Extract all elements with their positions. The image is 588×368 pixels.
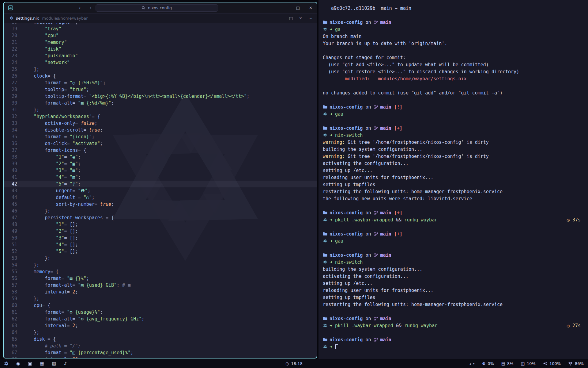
code-line[interactable]: 24"network"	[4, 59, 317, 66]
code-line[interactable]: 64};	[4, 329, 317, 336]
code-line[interactable]: 62format-alt= "⚙ {avg_frequency} GHz";	[4, 316, 317, 322]
code-line[interactable]: 48"1"= [];	[4, 221, 317, 228]
code-line[interactable]: 44default = "○";	[4, 194, 317, 201]
code-line[interactable]: 47persistent-workspaces = {	[4, 214, 317, 221]
disk-icon: ◫	[521, 361, 525, 366]
code-line[interactable]: 30format-alt= "▦ {:%d/%m}";	[4, 100, 317, 106]
code-line[interactable]: 26clock= {	[4, 73, 317, 79]
terminal-line: setting up /etc...	[323, 167, 581, 174]
code-line[interactable]: 35format = "{icon}";	[4, 133, 317, 140]
nav-back-button[interactable]: ←	[78, 5, 84, 11]
tray-icon-2[interactable]: ▾	[473, 362, 474, 365]
code-line[interactable]: 60cpu= {	[4, 302, 317, 309]
code-line[interactable]: 52"5"= [];	[4, 248, 317, 255]
project-search-bar[interactable]: nixos-config	[96, 4, 218, 12]
code-line[interactable]: 65disk = {	[4, 336, 317, 343]
tab-settings-nix[interactable]: settings.nix modules/home/waybar	[7, 13, 90, 23]
code-line[interactable]: 31};	[4, 106, 317, 113]
code-line[interactable]: 32"hyprland/workspaces"= {	[4, 113, 317, 120]
code-line[interactable]: 37format-icons= {	[4, 147, 317, 154]
cpu-module[interactable]: ⚙0%	[482, 361, 494, 366]
workspace-1-button[interactable]: ◉	[16, 361, 20, 366]
terminal-cursor	[335, 344, 338, 349]
terminal-line: restarting the following units: home-man…	[323, 188, 581, 195]
line-number: 45	[4, 201, 23, 208]
code-line[interactable]: 36on-click= "activate";	[4, 140, 317, 147]
pulseaudio-module[interactable]: 100%	[543, 361, 561, 366]
line-number: 56	[4, 275, 23, 282]
clock-module[interactable]: ◷ 18:18	[285, 361, 303, 366]
more-options-button[interactable]: ⋯	[308, 16, 312, 21]
nix-shell-icon	[323, 111, 327, 118]
code-line[interactable]: 58interval= 2;	[4, 289, 317, 295]
terminal-line: building the system configuration...	[323, 146, 581, 153]
network-module[interactable]: 86%	[568, 361, 584, 366]
code-line[interactable]: 23"pulseaudio"	[4, 52, 317, 59]
close-window-button[interactable]: ✕	[309, 6, 312, 10]
cpu-icon: ⚙	[482, 361, 486, 366]
code-line[interactable]: 21"memory"	[4, 39, 317, 46]
code-line[interactable]: 29tooltip-format= "<big>{:%Y %B}</big>\n…	[4, 93, 317, 100]
code-line[interactable]: 53};	[4, 255, 317, 262]
workspace-3-button[interactable]: ▦	[40, 361, 44, 366]
code-line[interactable]: 67format = "◫ {percentage_used}%";	[4, 349, 317, 356]
code-line[interactable]: 49"2"= [];	[4, 228, 317, 235]
code-line[interactable]: 63interval= 2;	[4, 322, 317, 329]
code-line[interactable]: 57format-alt= "▤ {used} GiB"; # ▦	[4, 282, 317, 289]
terminal-line: modified: modules/home/waybar/settings.n…	[323, 75, 581, 82]
line-number: 64	[4, 329, 23, 336]
workspace-5-button[interactable]: ♪	[64, 361, 67, 366]
code-line[interactable]: 59};	[4, 295, 317, 302]
code-line[interactable]: 55memory= {	[4, 268, 317, 275]
code-line[interactable]: 19"tray"	[4, 25, 317, 32]
code-line[interactable]: 20"cpu"	[4, 32, 317, 39]
terminal-line: setting up /etc...	[323, 280, 581, 287]
code-line[interactable]: 66# path = "/";	[4, 343, 317, 349]
terminal-line: activating the configuration...	[323, 273, 581, 280]
memory-module[interactable]: ▤8%	[501, 361, 514, 366]
minimize-button[interactable]: ─	[285, 6, 287, 10]
tray-icon-1[interactable]: ▴	[469, 362, 471, 365]
terminal-line: On branch main	[323, 33, 581, 40]
pulseaudio-value: 100%	[549, 361, 561, 366]
code-line[interactable]: 18modules-right= [	[4, 23, 317, 25]
code-line[interactable]: 28tooltip= "true";	[4, 86, 317, 93]
code-line[interactable]: 43urgent= "❶";	[4, 187, 317, 194]
code-line[interactable]: 33active-only= false;	[4, 120, 317, 127]
repo-name: nixos-config	[330, 104, 363, 110]
git-status-badge: [+]	[391, 125, 402, 131]
prompt-arrow-icon: ➜	[330, 111, 335, 117]
editor-tabbar: settings.nix modules/home/waybar ◫ ✕ ⋯	[4, 13, 317, 23]
code-line[interactable]: 61format= "⚙ {usage}%";	[4, 309, 317, 316]
workspace-4-button[interactable]: ▧	[52, 361, 56, 366]
code-editor[interactable]: 18modules-right= [19"tray"20"cpu"21"memo…	[4, 23, 317, 358]
code-line[interactable]: 46};	[4, 208, 317, 214]
code-line[interactable]: 54};	[4, 262, 317, 268]
code-line[interactable]: 38"1"= "◉";	[4, 154, 317, 160]
code-line[interactable]: 22"disk"	[4, 46, 317, 52]
code-line[interactable]: 45sort-by-number= true;	[4, 201, 317, 208]
code-line[interactable]: 34disable-scroll= true;	[4, 127, 317, 133]
close-tab-button[interactable]: ✕	[299, 16, 302, 21]
code-line[interactable]: 56format= "▤ {}%";	[4, 275, 317, 282]
nixos-launcher-icon[interactable]	[4, 361, 9, 366]
code-line[interactable]: 27format = "◷ {:%H:%M}";	[4, 79, 317, 86]
code-line[interactable]: 25];	[4, 66, 317, 73]
code-line[interactable]: 42"5"= "♪";	[4, 181, 317, 187]
code-line[interactable]: 51"4"= [];	[4, 241, 317, 248]
split-editor-button[interactable]: ◫	[289, 16, 293, 21]
folder-icon	[323, 209, 327, 217]
nav-forward-button[interactable]: →	[87, 5, 92, 11]
code-line[interactable]: 68interval= 60;	[4, 356, 317, 358]
code-line[interactable]: 40"3"= "▦";	[4, 167, 317, 174]
terminal-line: Changes not staged for commit:	[323, 54, 581, 61]
disk-module[interactable]: ◫10%	[521, 361, 536, 366]
line-number: 46	[4, 208, 23, 214]
terminal-window[interactable]: a9c0c72..d11029b main → mainnixos-config…	[318, 0, 588, 359]
workspace-2-button[interactable]: ▣	[28, 361, 32, 366]
repo-name: nixos-config	[330, 252, 363, 258]
code-line[interactable]: 39"2"= "▣";	[4, 160, 317, 167]
code-line[interactable]: 41"4"= "▧";	[4, 174, 317, 181]
code-line[interactable]: 50"3"= [];	[4, 235, 317, 241]
maximize-button[interactable]: □	[296, 6, 300, 10]
